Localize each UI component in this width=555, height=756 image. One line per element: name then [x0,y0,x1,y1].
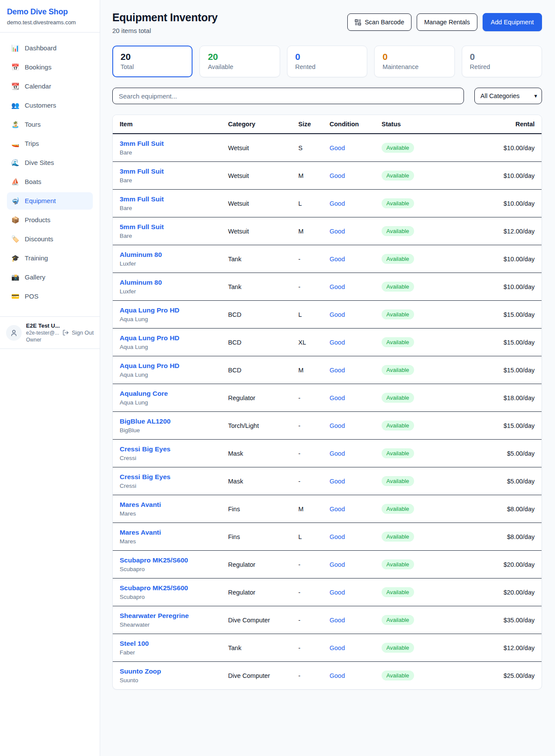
item-rental: $12.00/day [453,217,542,245]
equipment-row: Suunto Zoop Suunto Dive Computer - Good … [113,662,542,690]
add-equipment-button[interactable]: Add Equipment [483,13,542,31]
sidebar-item-trips[interactable]: 🚤 Trips [7,135,93,152]
item-rental: $10.00/day [453,134,542,162]
manage-rentals-button[interactable]: Manage Rentals [417,13,477,31]
sidebar-item-training[interactable]: 🎓 Training [7,250,93,267]
status-badge: Available [382,365,414,375]
dashboard-icon: 📊 [11,43,19,53]
item-condition-link[interactable]: Good [330,422,345,429]
item-condition-link[interactable]: Good [330,145,345,151]
item-name-link[interactable]: Aluminum 80 [120,279,162,286]
item-category: Dive Computer [221,606,291,634]
item-condition-link[interactable]: Good [330,506,345,513]
sidebar-item-calendar[interactable]: 📆 Calendar [7,78,93,95]
item-condition-link[interactable]: Good [330,589,345,596]
item-name-link[interactable]: Scubapro MK25/S600 [120,556,188,564]
item-condition-link[interactable]: Good [330,561,345,568]
category-select[interactable]: All Categories [474,88,542,104]
dive-sites-icon: 🌊 [11,158,19,168]
user-info: E2E Test U... e2e-tester@... Owner [26,322,58,343]
item-condition-link[interactable]: Good [330,644,345,651]
item-condition-link[interactable]: Good [330,311,345,318]
sidebar-item-equipment[interactable]: 🤿 Equipment [7,192,93,210]
item-size: XL [291,329,323,356]
sidebar-item-dive-sites[interactable]: 🌊 Dive Sites [7,154,93,171]
item-name-link[interactable]: Cressi Big Eyes [120,445,170,453]
item-rental: $12.00/day [453,634,542,662]
sign-out-button[interactable]: Sign Out [62,329,94,336]
item-condition-link[interactable]: Good [330,228,345,235]
item-name-link[interactable]: Aqua Lung Pro HD [120,362,180,370]
item-name-link[interactable]: Cressi Big Eyes [120,473,170,481]
stat-card-total[interactable]: 20 Total [112,46,193,77]
status-badge: Available [382,504,414,514]
item-name-link[interactable]: Aluminum 80 [120,251,162,259]
item-condition-link[interactable]: Good [330,450,345,457]
item-name-link[interactable]: Scubapro MK25/S600 [120,584,188,592]
sidebar-item-label: Training [25,253,48,263]
sidebar-item-label: Customers [25,101,56,110]
sidebar-item-bookings[interactable]: 📅 Bookings [7,59,93,76]
item-name-link[interactable]: 3mm Full Suit [120,195,164,203]
sidebar-item-tours[interactable]: 🏝️ Tours [7,116,93,133]
item-name-link[interactable]: 3mm Full Suit [120,168,164,175]
item-name-link[interactable]: Aqua Lung Pro HD [120,334,180,342]
item-name-link[interactable]: Suunto Zoop [120,667,161,675]
item-category: Regulator [221,384,291,412]
stat-card-retired[interactable]: 0 Retired [462,46,542,77]
item-condition-link[interactable]: Good [330,533,345,540]
item-category: Dive Computer [221,662,291,690]
item-condition-link[interactable]: Good [330,200,345,207]
item-category: BCD [221,356,291,384]
item-condition-link[interactable]: Good [330,617,345,624]
item-name-link[interactable]: Shearwater Peregrine [120,612,189,620]
item-size: M [291,495,323,523]
item-condition-link[interactable]: Good [330,394,345,401]
item-condition-link[interactable]: Good [330,256,345,263]
item-name-link[interactable]: Mares Avanti [120,529,161,536]
sidebar-item-discounts[interactable]: 🏷️ Discounts [7,230,93,248]
stat-card-available[interactable]: 20 Available [199,46,280,77]
sidebar-item-pos[interactable]: 💳 POS [7,288,93,305]
sign-out-label: Sign Out [72,329,94,336]
scan-barcode-button[interactable]: Scan Barcode [347,13,411,31]
status-badge: Available [382,282,414,292]
sidebar-item-dashboard[interactable]: 📊 Dashboard [7,39,93,57]
item-name-link[interactable]: Steel 100 [120,640,149,648]
item-name-link[interactable]: 5mm Full Suit [120,223,164,231]
sidebar-item-label: Dive Sites [25,158,54,168]
sidebar-item-label: Gallery [25,273,46,282]
item-name-link[interactable]: BigBlue AL1200 [120,417,170,425]
item-name-link[interactable]: Aqua Lung Pro HD [120,306,180,314]
item-category: Regulator [221,551,291,579]
item-condition-link[interactable]: Good [330,367,345,374]
item-name-link[interactable]: Mares Avanti [120,501,161,509]
item-brand: Mares [120,510,214,517]
stat-card-rented[interactable]: 0 Rented [287,46,367,77]
equipment-row: Aluminum 80 Luxfer Tank - Good Available… [113,245,542,273]
item-condition-link[interactable]: Good [330,339,345,346]
item-size: - [291,579,323,606]
item-condition-link[interactable]: Good [330,283,345,290]
item-condition-link[interactable]: Good [330,672,345,679]
equipment-row: 5mm Full Suit Bare Wetsuit M Good Availa… [113,217,542,245]
user-icon [10,329,18,337]
item-brand: Suunto [120,677,214,684]
sidebar-item-boats[interactable]: ⛵ Boats [7,173,93,191]
equipment-row: Aqua Lung Pro HD Aqua Lung BCD L Good Av… [113,301,542,329]
item-name-link[interactable]: 3mm Full Suit [120,140,164,148]
status-badge: Available [382,587,414,597]
sidebar-item-gallery[interactable]: 📸 Gallery [7,269,93,286]
item-name-link[interactable]: Aqualung Core [120,390,168,398]
search-input[interactable] [112,88,464,104]
item-rental: $8.00/day [453,523,542,551]
item-category: BCD [221,329,291,356]
training-icon: 🎓 [11,253,19,263]
sidebar-item-products[interactable]: 📦 Products [7,211,93,229]
brand-name[interactable]: Demo Dive Shop [7,7,93,16]
sidebar-item-customers[interactable]: 👥 Customers [7,97,93,114]
stat-card-maintenance[interactable]: 0 Maintenance [374,46,454,77]
item-condition-link[interactable]: Good [330,478,345,485]
item-condition-link[interactable]: Good [330,172,345,179]
stat-value: 0 [295,52,359,62]
